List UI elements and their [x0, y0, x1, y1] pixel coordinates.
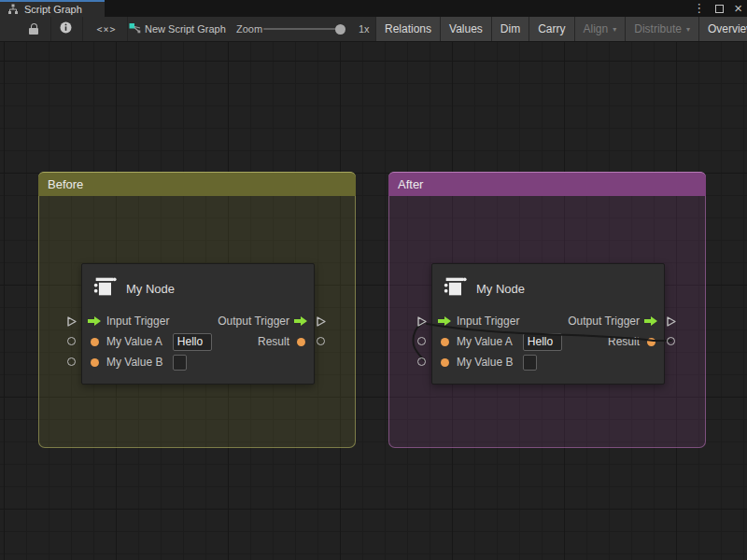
flow-input-arrow-icon[interactable]	[438, 315, 452, 327]
node-row-value-a: My Value A Result	[82, 332, 314, 351]
zoom-slider-handle[interactable]	[335, 24, 345, 35]
value-port-icon[interactable]	[647, 338, 655, 346]
port-label: My Value A	[457, 335, 513, 348]
port-label: Result	[258, 335, 289, 348]
node-title: My Node	[126, 282, 175, 296]
node-row-value-b: My Value B	[82, 353, 314, 371]
chevron-down-icon: ▾	[613, 25, 616, 34]
window-controls: ⋮ ×	[693, 0, 742, 17]
unit-node-icon	[442, 273, 468, 303]
chevron-down-icon: ▾	[686, 25, 690, 34]
node-my-node-after[interactable]: My Node Input Trigger Output Trigger	[431, 263, 665, 385]
relations-button[interactable]: Relations	[375, 17, 440, 41]
node-row-value-b: My Value B	[432, 353, 664, 371]
carry-button[interactable]: Carry	[529, 17, 573, 41]
external-value-port[interactable]	[667, 337, 675, 345]
port-label: My Value B	[457, 356, 513, 369]
group-after-header[interactable]: After	[388, 172, 706, 196]
port-label: Result	[608, 335, 640, 348]
port-label: Input Trigger	[457, 315, 519, 328]
tab-title: Script Graph	[24, 4, 82, 15]
value-b-checkbox[interactable]	[523, 355, 537, 371]
graph-hierarchy-icon	[6, 4, 20, 15]
external-value-port[interactable]	[417, 357, 426, 366]
info-icon	[60, 21, 72, 37]
node-my-node-before[interactable]: My Node Input Trigger Output Trigger	[81, 263, 315, 385]
value-a-input[interactable]	[173, 333, 212, 351]
external-flow-output-port[interactable]	[666, 315, 677, 331]
group-before: Before My Node	[38, 172, 356, 448]
lock-button[interactable]	[21, 17, 47, 41]
info-button[interactable]	[52, 17, 78, 41]
port-label: Output Trigger	[218, 315, 289, 328]
graph-asset-icon	[129, 17, 142, 41]
port-label: Input Trigger	[106, 315, 169, 328]
overview-button[interactable]: Overview	[698, 17, 747, 41]
toolbar-button-strip: Relations Values Dim Carry Align ▾ Distr…	[375, 17, 747, 41]
graph-title: New Script Graph	[145, 17, 226, 41]
zoom-value: 1x	[359, 17, 370, 41]
graph-canvas[interactable]: Before My Node	[0, 42, 747, 560]
value-b-checkbox[interactable]	[173, 355, 187, 371]
value-port-icon[interactable]	[91, 338, 99, 346]
group-before-header[interactable]: Before	[38, 172, 356, 196]
external-flow-output-port[interactable]	[316, 315, 327, 331]
value-port-icon[interactable]	[441, 358, 449, 367]
group-label: After	[398, 177, 423, 191]
node-title: My Node	[476, 282, 525, 296]
external-value-port[interactable]	[67, 357, 76, 366]
graph-toolbar: <×> New Script Graph Zoom 1x Relations V…	[0, 17, 747, 42]
flow-output-arrow-icon[interactable]	[294, 315, 308, 327]
port-label: Output Trigger	[568, 315, 640, 328]
group-label: Before	[48, 177, 83, 191]
external-value-port[interactable]	[317, 337, 325, 345]
value-port-icon[interactable]	[297, 338, 305, 346]
node-row-value-a: My Value A Result	[432, 332, 664, 351]
zoom-slider-track[interactable]	[263, 28, 345, 30]
port-label: My Value A	[106, 335, 162, 348]
code-preview-button[interactable]: <×>	[88, 17, 125, 41]
node-header: My Node	[92, 273, 175, 303]
dim-button[interactable]: Dim	[491, 17, 529, 41]
lock-icon	[29, 23, 38, 35]
values-button[interactable]: Values	[440, 17, 491, 41]
unit-node-icon	[92, 273, 118, 303]
external-flow-input-port[interactable]	[416, 315, 428, 331]
group-after: After My Node	[388, 172, 706, 448]
node-header: My Node	[442, 273, 525, 303]
maximize-icon[interactable]	[715, 5, 724, 13]
zoom-label: Zoom	[236, 17, 262, 41]
external-value-port[interactable]	[67, 337, 76, 345]
flow-output-arrow-icon[interactable]	[644, 315, 658, 327]
external-value-port[interactable]	[417, 337, 426, 345]
node-row-triggers: Input Trigger Output Trigger	[82, 312, 314, 330]
value-port-icon[interactable]	[441, 338, 449, 346]
tab-script-graph[interactable]: Script Graph	[0, 0, 105, 17]
port-label: My Value B	[106, 356, 162, 369]
kebab-menu-icon[interactable]: ⋮	[693, 0, 705, 17]
value-port-icon[interactable]	[91, 358, 99, 367]
external-flow-input-port[interactable]	[66, 315, 78, 331]
align-button[interactable]: Align ▾	[574, 17, 626, 41]
close-icon[interactable]: ×	[734, 0, 742, 17]
distribute-button[interactable]: Distribute ▾	[625, 17, 698, 41]
value-a-input[interactable]	[523, 333, 562, 351]
code-icon: <×>	[96, 24, 116, 35]
node-row-triggers: Input Trigger Output Trigger	[432, 312, 664, 330]
flow-input-arrow-icon[interactable]	[88, 315, 102, 327]
window-tab-bar: Script Graph ⋮ ×	[0, 0, 747, 17]
